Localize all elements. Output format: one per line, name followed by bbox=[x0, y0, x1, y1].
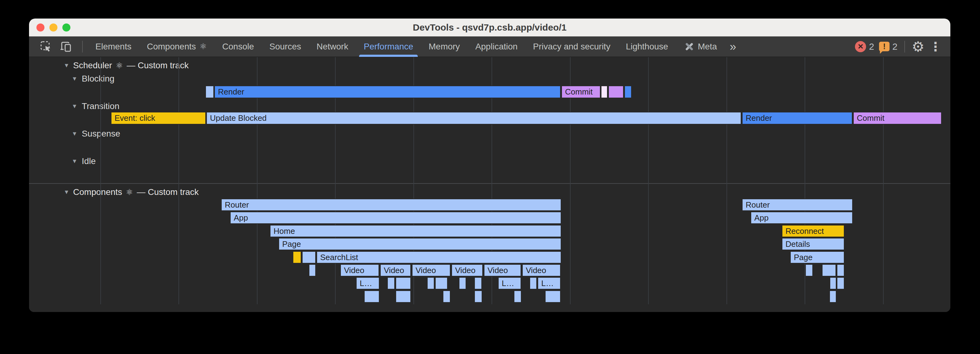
tab-console[interactable]: Console bbox=[215, 36, 262, 57]
flame-bar[interactable] bbox=[205, 86, 214, 98]
flame-bar-commit[interactable]: Commit bbox=[561, 86, 601, 98]
tab-label: Meta bbox=[698, 42, 717, 52]
collapse-triangle-icon: ▼ bbox=[72, 103, 78, 110]
issues-icon: ! bbox=[879, 42, 889, 51]
flame-bar[interactable] bbox=[530, 277, 537, 289]
flame-bar[interactable] bbox=[302, 251, 316, 263]
flame-bar-l[interactable]: L… bbox=[538, 277, 561, 289]
lane-label: Blocking bbox=[82, 74, 115, 84]
flame-bar[interactable] bbox=[805, 264, 813, 276]
flame-bar[interactable] bbox=[396, 277, 411, 289]
titlebar[interactable]: DevTools - qsvd7p.csb.app/video/1 bbox=[29, 19, 950, 37]
tab-sources[interactable]: Sources bbox=[262, 36, 309, 57]
flame-bar-searchlist[interactable]: SearchList bbox=[317, 251, 561, 263]
flame-bar-reconnect[interactable]: Reconnect bbox=[782, 225, 845, 237]
collapse-triangle-icon: ▼ bbox=[72, 75, 78, 82]
flame-bar[interactable] bbox=[624, 86, 632, 98]
flame-bar[interactable] bbox=[443, 290, 450, 303]
flame-bar-video[interactable]: Video bbox=[412, 264, 450, 276]
flame-bar[interactable] bbox=[364, 290, 379, 303]
lane-transition[interactable]: ▼ Transition bbox=[72, 101, 119, 111]
tab-elements[interactable]: Elements bbox=[88, 36, 139, 57]
collapse-triangle-icon: ▼ bbox=[72, 130, 78, 137]
devtools-window: DevTools - qsvd7p.csb.app/video/1 Elemen… bbox=[29, 19, 950, 312]
flame-bar-commit[interactable]: Commit bbox=[853, 112, 942, 124]
device-toolbar-icon[interactable] bbox=[60, 41, 72, 53]
lane-suspense[interactable]: ▼ Suspense bbox=[72, 129, 120, 139]
tab-performance[interactable]: Performance bbox=[356, 36, 421, 57]
error-count: 2 bbox=[869, 41, 874, 52]
track-separator bbox=[29, 183, 950, 184]
flame-bar-video[interactable]: Video bbox=[452, 264, 483, 276]
flame-bar[interactable] bbox=[396, 290, 411, 303]
flame-bar[interactable] bbox=[608, 86, 624, 98]
more-tabs-button[interactable]: » bbox=[725, 37, 741, 56]
toolbar-divider bbox=[82, 41, 83, 53]
flame-bar-app[interactable]: App bbox=[230, 212, 561, 224]
flame-bar-video[interactable]: Video bbox=[522, 264, 561, 276]
components-track-title: Components bbox=[73, 187, 122, 197]
tab-label: Components bbox=[147, 42, 196, 52]
flame-bar-render[interactable]: Render bbox=[214, 86, 561, 98]
scheduler-track-suffix: — Custom track bbox=[127, 61, 189, 70]
tab-lighthouse[interactable]: Lighthouse bbox=[618, 36, 676, 57]
flame-bar-page[interactable]: Page bbox=[278, 238, 561, 250]
flame-bar[interactable] bbox=[435, 277, 448, 289]
settings-gear-icon[interactable]: ⚙ bbox=[912, 40, 924, 54]
tab-components[interactable]: Components⚛ bbox=[139, 36, 215, 57]
issues-badge[interactable]: ! 2 bbox=[879, 41, 897, 52]
flame-bar-router[interactable]: Router bbox=[221, 199, 561, 211]
flame-bar[interactable] bbox=[837, 264, 845, 276]
lane-label: Suspense bbox=[82, 129, 121, 139]
flame-bar[interactable] bbox=[474, 277, 482, 289]
flame-bar-event-click[interactable]: Event: click bbox=[111, 112, 206, 124]
flame-bar-update-blocked[interactable]: Update Blocked bbox=[206, 112, 741, 124]
tab-meta[interactable]: Meta bbox=[676, 36, 725, 57]
components-track-suffix: — Custom track bbox=[137, 187, 199, 197]
tab-label: Privacy and security bbox=[533, 42, 611, 52]
flame-bar[interactable] bbox=[545, 290, 561, 303]
kebab-menu-icon[interactable]: ⋮ bbox=[929, 40, 942, 53]
collapse-triangle-icon: ▼ bbox=[64, 62, 70, 69]
gridline bbox=[648, 57, 649, 304]
flame-bar-details[interactable]: Details bbox=[782, 238, 845, 250]
flame-bar[interactable] bbox=[829, 290, 837, 303]
flame-bar-render[interactable]: Render bbox=[742, 112, 853, 124]
flame-bar-video[interactable]: Video bbox=[340, 264, 379, 276]
flame-bar-home[interactable]: Home bbox=[270, 225, 561, 237]
flame-bar[interactable] bbox=[830, 277, 837, 289]
tab-memory[interactable]: Memory bbox=[421, 36, 468, 57]
flame-bar[interactable] bbox=[514, 290, 522, 303]
flame-bar[interactable] bbox=[309, 264, 316, 276]
react-atom-icon: ⚛ bbox=[199, 42, 207, 51]
react-atom-icon: ⚛ bbox=[116, 61, 123, 70]
flame-bar[interactable] bbox=[459, 277, 466, 289]
tab-network[interactable]: Network bbox=[309, 36, 356, 57]
console-errors-badge[interactable]: × 2 bbox=[855, 41, 874, 52]
lane-idle[interactable]: ▼ Idle bbox=[72, 156, 96, 166]
tab-application[interactable]: Application bbox=[468, 36, 525, 57]
lane-blocking[interactable]: ▼ Blocking bbox=[72, 74, 115, 84]
flame-bar[interactable] bbox=[837, 277, 845, 289]
gridline bbox=[178, 57, 179, 304]
scheduler-track-title: Scheduler bbox=[73, 61, 112, 70]
flame-bar[interactable] bbox=[474, 290, 482, 303]
flame-bar[interactable] bbox=[601, 86, 608, 98]
flame-bar[interactable] bbox=[293, 251, 301, 263]
flame-bar-l[interactable]: L… bbox=[356, 277, 379, 289]
flame-bar-l[interactable]: L… bbox=[498, 277, 521, 289]
issues-count: 2 bbox=[892, 41, 897, 52]
flame-bar-video[interactable]: Video bbox=[380, 264, 411, 276]
tab-privacy-and-security[interactable]: Privacy and security bbox=[525, 36, 618, 57]
flame-bar-app[interactable]: App bbox=[751, 212, 853, 224]
tab-label: Elements bbox=[95, 42, 132, 52]
flame-bar[interactable] bbox=[387, 277, 395, 289]
flame-bar[interactable] bbox=[822, 264, 836, 276]
flame-bar-router[interactable]: Router bbox=[742, 199, 853, 211]
flame-bar-page[interactable]: Page bbox=[790, 251, 845, 263]
inspect-element-icon[interactable] bbox=[40, 41, 52, 53]
flame-bar[interactable] bbox=[427, 277, 434, 289]
error-icon: × bbox=[855, 41, 866, 52]
flame-bar-video[interactable]: Video bbox=[484, 264, 521, 276]
scheduler-track-header[interactable]: ▼ Scheduler ⚛ — Custom track bbox=[64, 61, 189, 70]
